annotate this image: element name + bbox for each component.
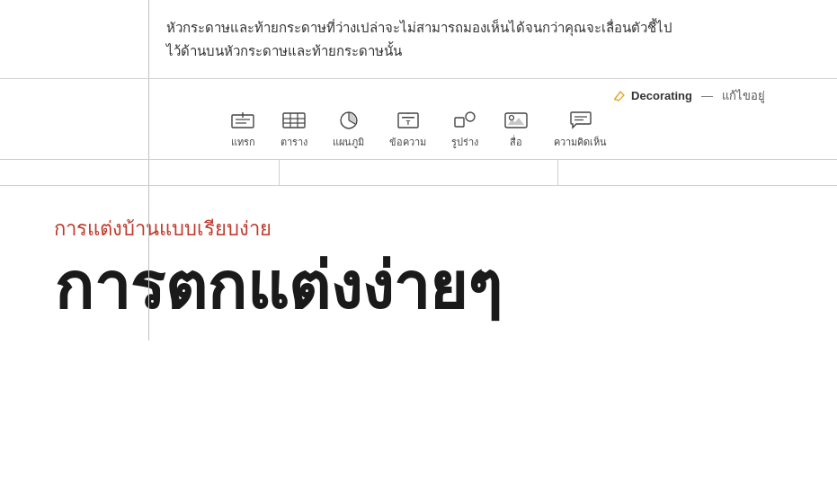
table-row-section xyxy=(0,160,837,186)
chart-icon xyxy=(336,111,361,130)
insert-icon xyxy=(230,111,255,130)
svg-rect-18 xyxy=(505,113,527,128)
intro-paragraph: หัวกระดาษและท้ายกระดาษที่ว่างเปล่าจะไม่ส… xyxy=(166,16,675,62)
table-cell-1 xyxy=(0,160,280,185)
svg-rect-16 xyxy=(455,118,464,127)
toolbar-item-table[interactable]: ตาราง xyxy=(280,111,307,150)
toolbar-item-comment[interactable]: ความคิดเห็น xyxy=(554,111,607,150)
toolbar-section: Decorating — แก้ไขอยู่ แทรก xyxy=(0,79,837,160)
chart-label: แผนภูมิ xyxy=(333,134,364,150)
main-content-area: การแต่งบ้านแบบเรียบง่าย การตกแต่งง่ายๆ xyxy=(0,186,837,340)
shape-icon xyxy=(452,111,477,130)
insert-label: แทรก xyxy=(231,134,255,150)
content-title: การตกแต่งง่ายๆ xyxy=(54,252,783,323)
table-label: ตาราง xyxy=(280,134,307,150)
svg-point-19 xyxy=(510,116,514,120)
toolbar-item-text[interactable]: T ข้อความ xyxy=(389,111,426,150)
comment-label: ความคิดเห็น xyxy=(554,134,607,150)
page-container: หัวกระดาษและท้ายกระดาษที่ว่างเปล่าจะไม่ส… xyxy=(0,0,837,504)
table-cell-3 xyxy=(558,160,837,185)
toolbar-icons: แทรก ตาราง xyxy=(0,111,837,150)
top-text-area: หัวกระดาษและท้ายกระดาษที่ว่างเปล่าจะไม่ส… xyxy=(0,0,837,79)
template-icon xyxy=(613,90,626,102)
template-dash: — xyxy=(701,89,713,102)
comment-icon xyxy=(568,111,593,130)
content-subtitle: การแต่งบ้านแบบเรียบง่าย xyxy=(54,213,783,244)
table-icon xyxy=(281,111,307,130)
svg-text:T: T xyxy=(405,119,410,127)
svg-point-17 xyxy=(466,112,475,121)
toolbar-item-chart[interactable]: แผนภูมิ xyxy=(333,111,364,150)
table-cell-2 xyxy=(280,160,559,185)
toolbar-item-shape[interactable]: รูปร่าง xyxy=(451,111,478,150)
toolbar-item-insert[interactable]: แทรก xyxy=(230,111,255,150)
template-badge: Decorating — แก้ไขอยู่ xyxy=(0,86,837,105)
svg-rect-4 xyxy=(283,113,305,128)
media-icon xyxy=(503,111,529,130)
template-edit-link[interactable]: แก้ไขอยู่ xyxy=(722,86,765,105)
text-label: ข้อความ xyxy=(389,134,426,150)
template-name: Decorating xyxy=(631,89,692,102)
shape-label: รูปร่าง xyxy=(451,134,478,150)
toolbar-item-media[interactable]: สื่อ xyxy=(503,111,529,150)
media-label: สื่อ xyxy=(510,134,522,150)
textbox-icon: T xyxy=(396,111,421,130)
